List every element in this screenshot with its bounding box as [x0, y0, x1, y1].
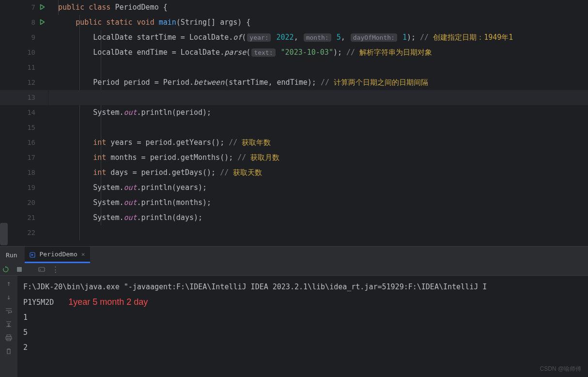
hint-year: year:	[247, 33, 271, 42]
print-icon[interactable]	[5, 334, 13, 342]
hint-month: month:	[304, 33, 331, 42]
code-line-15[interactable]	[48, 120, 588, 135]
run-tab-label: PeriodDemo	[39, 251, 77, 258]
gutter-line-21[interactable]: 21	[0, 210, 48, 225]
gutter-line-16[interactable]: 16	[0, 135, 48, 150]
watermark: CSDN @喻师傅	[540, 365, 581, 373]
close-icon[interactable]: ×	[81, 251, 85, 258]
code-line-17[interactable]: int months = period.getMonths(); // 获取月数	[48, 150, 588, 165]
gutter-line-12[interactable]: 12	[0, 75, 48, 90]
svg-rect-1	[17, 267, 22, 272]
hint-text: text:	[251, 48, 275, 57]
code-line-7[interactable]: public class PeriodDemo {	[48, 0, 588, 15]
gutter-line-7[interactable]: 7	[0, 0, 48, 15]
console-wrapper: ↑ ↓ F:\JDK-20\bin\java.exe "-javaagent:F…	[0, 276, 588, 377]
rerun-icon[interactable]	[2, 266, 10, 273]
console-months: 5	[23, 328, 28, 337]
code-line-8[interactable]: public static void main(String[] args) {	[48, 15, 588, 30]
gutter-line-19[interactable]: 19	[0, 180, 48, 195]
more-icon[interactable]: ⋮	[51, 266, 59, 273]
gutter-line-15[interactable]: 15	[0, 120, 48, 135]
console-sidebar: ↑ ↓	[0, 276, 17, 377]
down-icon[interactable]: ↓	[5, 293, 13, 301]
code-line-19[interactable]: System.out.println(years);	[48, 180, 588, 195]
code-line-14[interactable]: System.out.println(period);	[48, 105, 588, 120]
code-line-18[interactable]: int days = period.getDays(); // 获取天数	[48, 165, 588, 180]
gutter-line-17[interactable]: 17	[0, 150, 48, 165]
run-gutter-icon[interactable]	[40, 0, 45, 15]
gutter-line-22[interactable]: 22	[0, 225, 48, 240]
run-tab-bar: Run PeriodDemo ×	[0, 247, 588, 263]
run-tab-icon	[30, 251, 36, 258]
gutter-line-9[interactable]: 9	[0, 30, 48, 45]
gutter-line-14[interactable]: 14	[0, 105, 48, 120]
run-gutter-icon[interactable]	[40, 15, 45, 30]
console-command: F:\JDK-20\bin\java.exe "-javaagent:F:\ID…	[23, 283, 487, 291]
code-line-22[interactable]	[48, 225, 588, 240]
code-line-11[interactable]	[48, 60, 588, 75]
code-area[interactable]: public class PeriodDemo { public static …	[48, 0, 588, 246]
gutter-line-13[interactable]: 13	[0, 90, 48, 105]
code-line-13[interactable]	[48, 90, 588, 105]
annotation-text: 1year 5 month 2 day	[68, 297, 148, 307]
run-panel-title: Run	[3, 251, 20, 259]
run-panel: Run PeriodDemo × ⋮ ↑ ↓ F:\JDK-20\bin\jav…	[0, 246, 588, 377]
gutter-line-18[interactable]: 18	[0, 165, 48, 180]
console-period-output: P1Y5M2D	[23, 298, 54, 307]
code-line-16[interactable]: int years = period.getYears(); // 获取年数	[48, 135, 588, 150]
console-years: 1	[23, 313, 28, 322]
gutter: 78910111213141516171819202122	[0, 0, 48, 246]
console-output[interactable]: F:\JDK-20\bin\java.exe "-javaagent:F:\ID…	[17, 276, 588, 377]
stop-icon[interactable]	[15, 266, 23, 273]
svg-rect-3	[7, 335, 11, 337]
hint-day: dayOfMonth:	[351, 33, 397, 42]
debug-console-icon[interactable]	[38, 266, 46, 273]
editor-pane: 78910111213141516171819202122 public cla…	[0, 0, 588, 246]
code-line-21[interactable]: System.out.println(days);	[48, 210, 588, 225]
scroll-end-icon[interactable]	[5, 320, 13, 328]
code-line-10[interactable]: LocalDate endTime = LocalDate.parse(text…	[48, 45, 588, 60]
gutter-line-20[interactable]: 20	[0, 195, 48, 210]
trash-icon[interactable]	[5, 347, 13, 355]
code-line-9[interactable]: LocalDate startTime = LocalDate.of(year:…	[48, 30, 588, 45]
console-days: 2	[23, 343, 28, 352]
code-line-20[interactable]: System.out.println(months);	[48, 195, 588, 210]
run-toolbar: ⋮	[0, 263, 588, 276]
gutter-line-8[interactable]: 8	[0, 15, 48, 30]
softwrap-icon[interactable]	[5, 307, 13, 314]
up-icon[interactable]: ↑	[5, 280, 13, 287]
code-line-12[interactable]: Period period = Period.between(startTime…	[48, 75, 588, 90]
run-tab-perioddemo[interactable]: PeriodDemo ×	[25, 247, 90, 263]
gutter-line-11[interactable]: 11	[0, 60, 48, 75]
gutter-line-10[interactable]: 10	[0, 45, 48, 60]
